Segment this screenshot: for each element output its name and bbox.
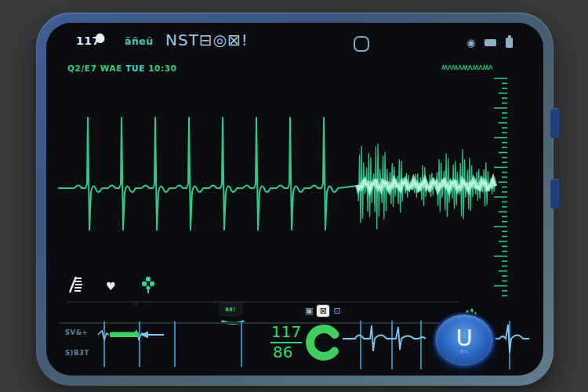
background: 117 äñeü NST⊟◎⊠! ◉ Q2/E7 WAE TUE 10:30 ʍ… [0,0,588,392]
secondary-value: 86 [273,343,292,361]
hand-icon [95,33,107,48]
tablet-device: 117 äñeü NST⊟◎⊠! ◉ Q2/E7 WAE TUE 10:30 ʍ… [36,13,554,386]
clock-icon: ◉ [466,38,475,48]
status-mode-text: äñeü [125,35,154,47]
sd-card-icon [485,39,496,46]
page-title: NST⊟◎⊠! [165,31,249,49]
battery-icon [506,38,513,48]
toolbar-icons: ▣ ⊠ ⊡ [305,305,341,317]
status-icons: ◉ [466,38,513,48]
u-button-label: U [456,326,472,350]
rate-value: 117 [270,322,302,343]
action-icon[interactable]: ⊠ [317,305,329,317]
more-icon[interactable]: ⊡ [333,306,340,317]
heart-icon: ♥ [106,280,116,292]
main-ecg-waveform [46,71,540,307]
signal-strength-icon [66,274,83,298]
divider-upper [67,301,459,303]
u-button[interactable]: U 8% [435,314,493,366]
clover-icon[interactable] [140,275,156,297]
grid-icon[interactable]: ▣ [305,306,313,317]
side-volume-down-button[interactable] [550,179,559,209]
u-button-sublabel: 8% [459,349,468,355]
side-volume-up-button[interactable] [550,108,559,138]
mini-waveform-text: ʍʌʍʌʍʌʍʌʍʌ [441,63,492,71]
home-icon[interactable] [354,36,369,52]
monitor-screen: 117 äñeü NST⊟◎⊠! ◉ Q2/E7 WAE TUE 10:30 ʍ… [46,23,543,376]
